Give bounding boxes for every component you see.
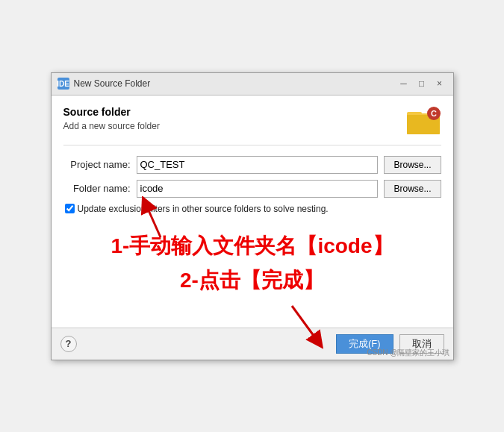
footer-left: ? bbox=[60, 336, 77, 352]
update-exclusion-label: Update exclusion filters in other source… bbox=[78, 204, 329, 214]
project-name-row: Project name: Browse... bbox=[63, 156, 441, 174]
close-button[interactable]: × bbox=[432, 76, 447, 91]
maximize-button[interactable]: □ bbox=[414, 76, 429, 91]
annotation-text-1: 1-手动输入文件夹名【icode】 bbox=[63, 226, 441, 263]
header-subtitle: Add a new source folder bbox=[63, 121, 160, 131]
folder-browse-button[interactable]: Browse... bbox=[384, 180, 441, 198]
svg-line-5 bbox=[146, 204, 161, 237]
folder-icon: C bbox=[405, 106, 441, 136]
watermark: CSDN @隔壁家的王小琪 bbox=[367, 348, 449, 358]
annotations-area: 1-手动输入文件夹名【icode】 2-点击【完成】 bbox=[63, 219, 441, 316]
annotation-text-2: 2-点击【完成】 bbox=[63, 263, 441, 301]
header-title: Source folder bbox=[63, 106, 160, 118]
project-name-label: Project name: bbox=[63, 159, 131, 170]
update-exclusion-checkbox[interactable] bbox=[65, 204, 75, 213]
arrow2-container bbox=[277, 298, 329, 353]
dialog-header: Source folder Add a new source folder C bbox=[63, 106, 441, 145]
project-browse-button[interactable]: Browse... bbox=[384, 156, 441, 174]
title-bar-left: IDE New Source Folder bbox=[57, 78, 151, 90]
svg-text:C: C bbox=[431, 109, 437, 118]
minimize-button[interactable]: ─ bbox=[396, 76, 411, 91]
title-bar: IDE New Source Folder ─ □ × bbox=[52, 73, 453, 96]
new-source-folder-dialog: IDE New Source Folder ─ □ × Source folde… bbox=[51, 72, 454, 360]
title-bar-controls: ─ □ × bbox=[396, 76, 447, 91]
folder-name-input[interactable] bbox=[137, 180, 379, 198]
folder-name-row: Folder name: Browse... bbox=[63, 180, 441, 198]
dialog-body: Source folder Add a new source folder C bbox=[52, 96, 453, 328]
arrow1-container bbox=[138, 196, 183, 243]
svg-line-6 bbox=[292, 306, 318, 342]
help-button[interactable]: ? bbox=[60, 336, 77, 352]
dialog-header-text: Source folder Add a new source folder bbox=[63, 106, 160, 131]
folder-name-label: Folder name: bbox=[63, 183, 131, 194]
ide-icon: IDE bbox=[57, 78, 69, 90]
checkbox-row: Update exclusion filters in other source… bbox=[63, 204, 441, 214]
dialog-title: New Source Folder bbox=[74, 78, 151, 89]
project-name-input[interactable] bbox=[137, 156, 379, 174]
